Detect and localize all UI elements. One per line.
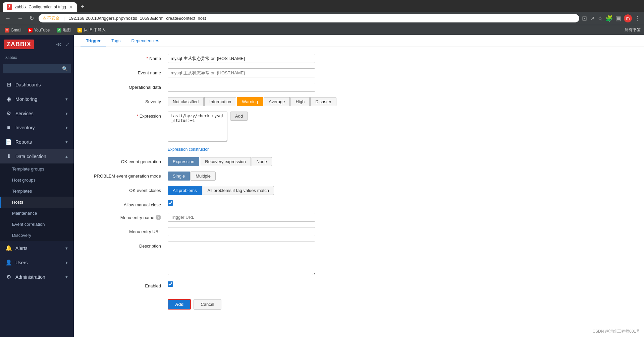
sidebar-item-maintenance[interactable]: Maintenance: [0, 208, 74, 219]
sidebar-item-administration[interactable]: ⚙ Administration ▼: [0, 270, 74, 284]
sidebar-item-inventory[interactable]: ≡ Inventory ▼: [0, 121, 74, 135]
severity-average[interactable]: Average: [264, 97, 290, 106]
bookmark-youtube[interactable]: ▶ YouTube: [26, 27, 51, 33]
sidebar-search-box[interactable]: 🔍: [3, 64, 71, 73]
enabled-checkbox[interactable]: [168, 281, 173, 287]
tab-trigger[interactable]: Trigger: [80, 35, 106, 47]
ok-event-recovery-btn[interactable]: Recovery expression: [200, 157, 251, 166]
maps-label: 地图: [63, 27, 71, 33]
expression-constructor-link[interactable]: Expression constructor: [168, 147, 209, 152]
ok-event-label: OK event generation: [87, 157, 168, 164]
profile-icon[interactable]: m: [624, 14, 632, 22]
severity-warning[interactable]: Warning: [237, 97, 263, 106]
sidebar-item-alerts[interactable]: 🔔 Alerts ▼: [0, 241, 74, 255]
active-tab[interactable]: Z zabbix: Configuration of trigg ✕: [3, 2, 77, 12]
description-input[interactable]: [168, 242, 315, 275]
expand-icon[interactable]: ⤢: [66, 42, 70, 47]
menu-entry-name-help-icon[interactable]: ?: [156, 215, 161, 220]
forward-button[interactable]: →: [15, 14, 25, 23]
data-collection-arrow-icon: ▲: [65, 154, 68, 158]
administration-label: Administration: [15, 274, 45, 280]
sidebar-item-host-groups[interactable]: Host groups: [0, 175, 74, 186]
severity-label: Severity: [87, 97, 168, 104]
menu-icon[interactable]: ⋮: [635, 15, 641, 22]
sidebar-item-reports[interactable]: 📄 Reports ▼: [0, 135, 74, 149]
data-collection-label: Data collection: [15, 154, 46, 159]
cast-icon[interactable]: ⊡: [582, 15, 587, 22]
expression-constructor-row: Expression constructor: [87, 147, 631, 152]
allow-manual-row: Allow manual close: [87, 200, 631, 207]
tab-dependencies[interactable]: Dependencies: [126, 35, 165, 47]
refresh-button[interactable]: ↻: [28, 14, 36, 23]
menu-entry-url-input[interactable]: [168, 227, 315, 236]
sidebar: ZABBIX ≪ ⤢ zabbix 🔍 ⊞ Dashboards ◉ Monit…: [0, 35, 74, 337]
expression-label: Expression: [87, 112, 168, 119]
address-bar[interactable]: ⚠ 不安全 | 192.168.200.10/triggers.php?host…: [39, 14, 579, 22]
all-bookmarks-link[interactable]: 所有书签: [625, 27, 641, 33]
bookmark-icon[interactable]: ☆: [597, 15, 603, 22]
bookmark-ie-import[interactable]: ★ 从 IE 中导入: [76, 26, 107, 33]
ok-event-none-btn[interactable]: None: [252, 157, 272, 166]
allow-manual-checkbox[interactable]: [168, 200, 173, 206]
problem-mode-multiple-btn[interactable]: Multiple: [191, 172, 216, 181]
bookmark-maps[interactable]: M 地图: [55, 26, 72, 33]
monitoring-icon: ◉: [5, 96, 12, 102]
operational-data-input[interactable]: [168, 83, 315, 92]
users-icon: 👤: [5, 259, 12, 266]
sidebar-item-templates[interactable]: Templates: [0, 186, 74, 197]
tab-tags[interactable]: Tags: [106, 35, 126, 47]
severity-information[interactable]: Information: [204, 97, 236, 106]
ok-closes-row: OK event closes All problems All problem…: [87, 186, 631, 195]
sidebar-item-monitoring[interactable]: ◉ Monitoring ▼: [0, 92, 74, 106]
logo-text: ZABBIX: [7, 41, 31, 48]
sidebar-item-hosts[interactable]: Hosts: [0, 197, 74, 208]
sidebar-item-users[interactable]: 👤 Users ▼: [0, 255, 74, 270]
inventory-label: Inventory: [15, 125, 35, 130]
menu-entry-url-row: Menu entry URL: [87, 227, 631, 236]
event-name-input[interactable]: [168, 68, 315, 77]
sidebar-item-discovery[interactable]: Discovery: [0, 230, 74, 241]
menu-entry-name-input[interactable]: [168, 213, 315, 222]
dashboards-label: Dashboards: [15, 82, 41, 87]
logo-box: ZABBIX: [4, 40, 34, 49]
expression-input[interactable]: last(/hyzy/check_mysql_status)=1: [168, 112, 227, 142]
close-tab-button[interactable]: ✕: [69, 4, 73, 10]
sidebar-item-event-correlation[interactable]: Event correlation: [0, 219, 74, 230]
menu-entry-name-label: Menu entry name ?: [87, 213, 168, 220]
tab-favicon: Z: [7, 4, 12, 10]
tab-bar: Z zabbix: Configuration of trigg ✕ +: [0, 0, 644, 12]
monitoring-arrow-icon: ▼: [65, 97, 68, 101]
operational-data-row: Operational data: [87, 83, 631, 92]
gmail-label: Gmail: [11, 28, 21, 32]
ie-label: 从 IE 中导入: [84, 27, 106, 33]
action-buttons: Add Cancel: [87, 294, 631, 315]
cancel-button[interactable]: Cancel: [194, 299, 221, 310]
services-arrow-icon: ▼: [65, 112, 68, 116]
operational-data-label: Operational data: [87, 83, 168, 90]
share-icon[interactable]: ↗: [590, 15, 595, 22]
ok-closes-all-btn[interactable]: All problems: [168, 186, 202, 195]
back-button[interactable]: ←: [3, 14, 13, 23]
severity-disaster[interactable]: Disaster: [310, 97, 336, 106]
collapse-sidebar-button[interactable]: ≪: [56, 41, 62, 48]
bookmark-gmail[interactable]: G Gmail: [3, 27, 22, 33]
split-screen-icon[interactable]: ▣: [615, 15, 621, 22]
problem-mode-single-btn[interactable]: Single: [168, 172, 190, 181]
ok-closes-tag-btn[interactable]: All problems if tag values match: [203, 186, 274, 195]
sidebar-item-dashboards[interactable]: ⊞ Dashboards: [0, 77, 74, 92]
ok-event-expression-btn[interactable]: Expression: [168, 157, 199, 166]
expression-add-button[interactable]: Add: [230, 112, 248, 121]
sidebar-item-data-collection[interactable]: ⬇ Data collection ▲: [0, 149, 74, 163]
data-collection-icon: ⬇: [5, 153, 12, 159]
sidebar-item-services[interactable]: ⚙ Services ▼: [0, 106, 74, 121]
severity-high[interactable]: High: [290, 97, 310, 106]
add-button[interactable]: Add: [168, 299, 191, 310]
new-tab-button[interactable]: +: [78, 2, 87, 12]
severity-not-classified[interactable]: Not classified: [168, 97, 204, 106]
sidebar-search-input[interactable]: [6, 66, 62, 71]
address-text[interactable]: 192.168.200.10/triggers.php?hostid=10593…: [69, 16, 575, 21]
sidebar-item-template-groups[interactable]: Template groups: [0, 163, 74, 175]
problem-mode-row: PROBLEM event generation mode Single Mul…: [87, 172, 631, 181]
extension-icon[interactable]: 🧩: [605, 15, 613, 22]
name-input[interactable]: [168, 54, 315, 63]
